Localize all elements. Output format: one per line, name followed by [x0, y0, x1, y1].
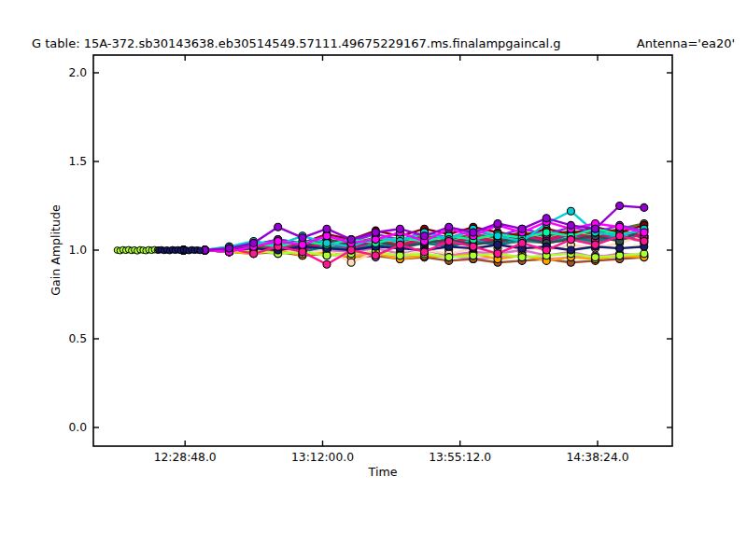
series-marker-greenyellow-main: [396, 252, 403, 259]
series-marker-deeppink: [518, 239, 526, 246]
series-marker-darkviolet: [396, 225, 403, 232]
series-marker-darkturquoise: [567, 207, 574, 215]
series-marker-darkviolet: [275, 223, 282, 231]
figure: G table: 15A-372.sb30143638.eb30514549.5…: [0, 0, 747, 560]
series-marker-darkturquoise: [494, 232, 501, 240]
series-marker-deeppink: [567, 236, 574, 244]
series-marker-navy-main: [494, 241, 501, 248]
series-marker-peachpuff: [347, 259, 355, 266]
y-tick-label: 2.0: [68, 66, 87, 79]
gain-amplitude-plot: 12:28:48.013:12:00.013:55:12.014:38:24.0…: [0, 0, 747, 560]
series-marker-magenta: [275, 238, 282, 245]
series-marker-darkviolet: [299, 234, 306, 242]
series-marker-deeppink: [421, 248, 429, 256]
series-marker-darkviolet: [543, 215, 550, 222]
series-marker-magenta: [323, 232, 331, 240]
series-marker-darkviolet: [250, 239, 258, 246]
series-marker-darkturquoise: [323, 239, 331, 246]
series-marker-greenyellow-main: [641, 250, 648, 258]
series-marker-deeppink: [347, 246, 355, 254]
series-marker-deeppink: [470, 243, 477, 250]
series-marker-darkviolet: [641, 203, 648, 211]
series-marker-darkviolet: [470, 229, 477, 236]
series-marker-mediumspringgreen: [543, 229, 550, 236]
series-marker-navy-main: [567, 246, 574, 254]
series-marker-greenyellow-main: [616, 252, 624, 259]
series-marker-darkviolet: [616, 203, 624, 210]
series-marker-deeppink: [445, 238, 453, 245]
x-tick-label: 12:28:48.0: [154, 451, 217, 464]
series-marker-deeppink: [250, 250, 258, 258]
series-marker-darkviolet: [347, 236, 355, 244]
series-marker-greenyellow-main: [445, 254, 453, 261]
series-marker-greenyellow-main: [592, 254, 599, 261]
series-marker-magenta: [641, 229, 648, 236]
x-tick-label: 13:55:12.0: [429, 451, 491, 464]
series-marker-magenta: [372, 236, 379, 244]
series-marker-deeppink: [372, 252, 379, 259]
y-tick-label: 1.5: [68, 155, 87, 168]
series-marker-darkviolet: [323, 225, 331, 232]
series-marker-greenyellow-main: [323, 252, 331, 259]
cluster-marker-startup-navy: [197, 247, 204, 254]
series-marker-darkviolet: [567, 221, 574, 229]
y-tick-label: 0.5: [68, 332, 87, 345]
series-marker-greenyellow-main: [518, 254, 526, 261]
series-marker-deeppink: [494, 250, 501, 258]
series-marker-magenta: [616, 223, 624, 231]
y-tick-label: 0.0: [68, 421, 87, 434]
x-tick-label: 13:12:00.0: [291, 451, 354, 464]
series-marker-darkviolet: [518, 225, 526, 232]
series-marker-deeppink: [592, 241, 599, 248]
series-marker-navy-main: [616, 245, 624, 252]
series-marker-deeppink: [641, 238, 648, 245]
series-marker-greenyellow-main: [470, 252, 477, 259]
x-tick-label: 14:38:24.0: [567, 451, 629, 464]
series-marker-darkviolet: [445, 223, 453, 231]
series-marker-deeppink: [543, 246, 550, 254]
series-marker-deeppink: [616, 232, 624, 240]
y-tick-label: 1.0: [68, 244, 87, 257]
series-marker-deeppink: [396, 241, 403, 248]
series-marker-darkviolet: [421, 232, 429, 240]
series-marker-darkviolet: [226, 245, 233, 252]
series-marker-darkviolet: [494, 220, 501, 228]
series-marker-darkviolet: [592, 225, 599, 232]
series-marker-deeppink: [323, 260, 331, 268]
series-marker-deeppink: [299, 248, 306, 256]
series-marker-magenta: [299, 241, 306, 248]
series-marker-darkviolet: [372, 229, 379, 236]
